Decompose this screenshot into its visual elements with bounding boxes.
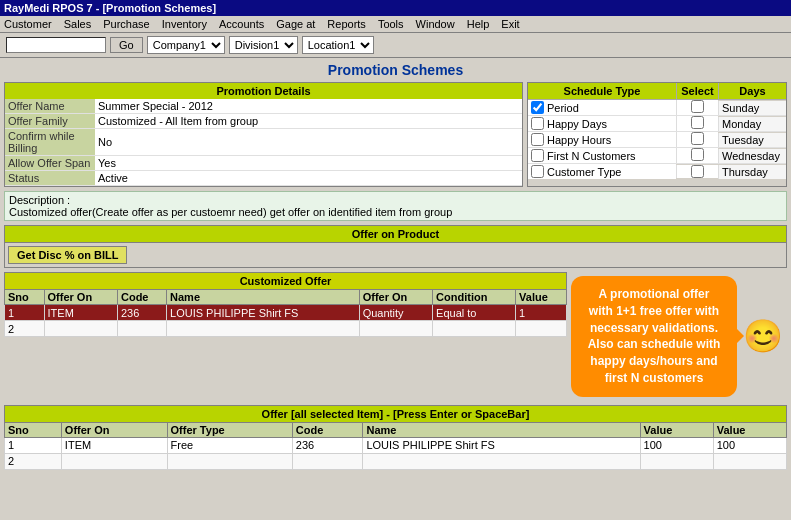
sched-row-period: Period Sunday	[528, 100, 786, 116]
days-header: Days	[718, 83, 786, 99]
day-tuesday: Tuesday	[718, 133, 786, 147]
cell-code-1: 236	[117, 305, 166, 321]
oa-code-1: 236	[292, 437, 363, 453]
menu-tools[interactable]: Tools	[378, 18, 404, 30]
check-happy-days[interactable]	[531, 117, 544, 130]
day-monday: Monday	[718, 117, 786, 131]
check-happy-hours[interactable]	[531, 133, 544, 146]
page-title: Promotion Schemes	[4, 62, 787, 78]
cell-value-1: 1	[516, 305, 567, 321]
promotion-details-header: Promotion Details	[5, 83, 522, 99]
menu-gageat[interactable]: Gage at	[276, 18, 315, 30]
day-thursday: Thursday	[718, 165, 786, 179]
top-section: Promotion Details Offer Name Summer Spec…	[4, 82, 787, 187]
offer-all-row-2[interactable]: 2	[5, 453, 787, 469]
cell-offer-on2-2	[359, 321, 432, 337]
cell-name-1: LOUIS PHILIPPE Shirt FS	[167, 305, 360, 321]
oa-name-1: LOUIS PHILIPPE Shirt FS	[363, 437, 640, 453]
toolbar: Go Company1 Division1 Location1	[0, 33, 791, 58]
customized-offer-header: Customized Offer	[4, 272, 567, 289]
description-text: Customized offer(Create offer as per cus…	[9, 206, 452, 218]
menu-bar: Customer Sales Purchase Inventory Accoun…	[0, 16, 791, 33]
label-customer-type: Customer Type	[547, 166, 621, 178]
menu-exit[interactable]: Exit	[501, 18, 519, 30]
cell-sno-1: 1	[5, 305, 45, 321]
oa-name-2	[363, 453, 640, 469]
cell-code-2	[117, 321, 166, 337]
customized-row-2[interactable]: 2	[5, 321, 567, 337]
select-thursday[interactable]	[691, 165, 704, 178]
check-customer-type[interactable]	[531, 165, 544, 178]
day-wednesday: Wednesday	[718, 149, 786, 163]
sched-row-customer-type: Customer Type Thursday	[528, 164, 786, 179]
oa-value1-2	[640, 453, 713, 469]
value-allow-offer-span[interactable]: Yes	[95, 156, 522, 171]
division-select[interactable]: Division1	[229, 36, 298, 54]
field-status: Status Active	[5, 171, 522, 186]
oa-offer-type-1: Free	[167, 437, 292, 453]
customized-offer-panel: Customized Offer Sno Offer On Code Name …	[4, 272, 567, 401]
col-value: Value	[516, 290, 567, 305]
select-wednesday[interactable]	[691, 148, 704, 161]
menu-help[interactable]: Help	[467, 18, 490, 30]
field-allow-offer-span: Allow Offer Span Yes	[5, 156, 522, 171]
main-content: Promotion Schemes Promotion Details Offe…	[0, 58, 791, 478]
menu-purchase[interactable]: Purchase	[103, 18, 149, 30]
cell-value-2	[516, 321, 567, 337]
schedule-section: Schedule Type Select Days Period Sunday …	[527, 82, 787, 187]
offer-all-row-1[interactable]: 1 ITEM Free 236 LOUIS PHILIPPE Shirt FS …	[5, 437, 787, 453]
label-happy-hours: Happy Hours	[547, 134, 611, 146]
col-offer-on: Offer On	[44, 290, 117, 305]
select-sunday[interactable]	[691, 100, 704, 113]
menu-sales[interactable]: Sales	[64, 18, 92, 30]
customized-section: Customized Offer Sno Offer On Code Name …	[4, 272, 787, 401]
offer-all-table: Sno Offer On Offer Type Code Name Value …	[4, 422, 787, 470]
label-allow-offer-span: Allow Offer Span	[5, 156, 95, 171]
col-condition: Condition	[433, 290, 516, 305]
check-period[interactable]	[531, 101, 544, 114]
select-tuesday[interactable]	[691, 132, 704, 145]
location-select[interactable]: Location1	[302, 36, 374, 54]
field-confirm-billing: Confirm while Billing No	[5, 129, 522, 156]
select-monday[interactable]	[691, 116, 704, 129]
menu-reports[interactable]: Reports	[327, 18, 366, 30]
oa-value1-1: 100	[640, 437, 713, 453]
oa-offer-type-2	[167, 453, 292, 469]
label-offer-name: Offer Name	[5, 99, 95, 114]
customized-row-1[interactable]: 1 ITEM 236 LOUIS PHILIPPE Shirt FS Quant…	[5, 305, 567, 321]
oa-value2-2	[713, 453, 786, 469]
menu-accounts[interactable]: Accounts	[219, 18, 264, 30]
menu-customer[interactable]: Customer	[4, 18, 52, 30]
oa-col-value1: Value	[640, 422, 713, 437]
title-bar: RayMedi RPOS 7 - [Promotion Schemes]	[0, 0, 791, 16]
bubble-text: A promotional offer with 1+1 free offer …	[588, 287, 721, 385]
description-label: Description :	[9, 194, 70, 206]
label-status: Status	[5, 171, 95, 186]
company-select[interactable]: Company1	[147, 36, 225, 54]
menu-window[interactable]: Window	[416, 18, 455, 30]
cell-condition-2	[433, 321, 516, 337]
label-happy-days: Happy Days	[547, 118, 607, 130]
oa-col-code: Code	[292, 422, 363, 437]
value-offer-family[interactable]: Customized - All Item from group	[95, 114, 522, 129]
menu-inventory[interactable]: Inventory	[162, 18, 207, 30]
offer-product-header: Offer on Product	[4, 225, 787, 242]
cell-condition-1: Equal to	[433, 305, 516, 321]
value-offer-name[interactable]: Summer Special - 2012	[95, 99, 522, 114]
oa-offer-on-1: ITEM	[61, 437, 167, 453]
get-disc-button[interactable]: Get Disc % on BILL	[8, 246, 127, 264]
day-sunday: Sunday	[718, 101, 786, 115]
go-button[interactable]: Go	[110, 37, 143, 53]
oa-sno-1: 1	[5, 437, 62, 453]
oa-col-offer-type: Offer Type	[167, 422, 292, 437]
value-confirm-billing[interactable]: No	[95, 129, 522, 156]
label-period: Period	[547, 102, 579, 114]
value-status[interactable]: Active	[95, 171, 522, 186]
offer-product-row: Get Disc % on BILL	[4, 242, 787, 268]
cell-offer-on2-1: Quantity	[359, 305, 432, 321]
schedule-type-header: Schedule Type	[528, 83, 676, 99]
oa-col-value2: Value	[713, 422, 786, 437]
check-first-n[interactable]	[531, 149, 544, 162]
search-input[interactable]	[6, 37, 106, 53]
field-offer-family: Offer Family Customized - All Item from …	[5, 114, 522, 129]
